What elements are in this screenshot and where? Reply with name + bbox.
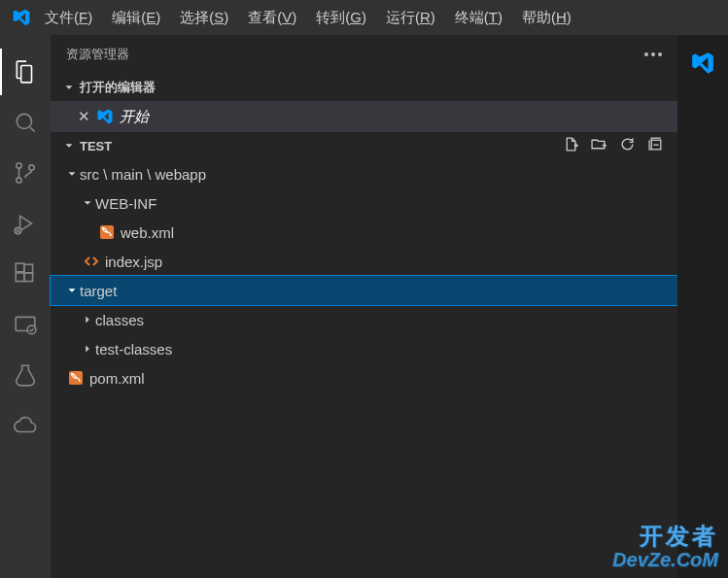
- svg-point-1: [17, 163, 21, 168]
- code-file-icon: [82, 254, 101, 269]
- tree-folder[interactable]: WEB-INF: [51, 188, 677, 218]
- svg-point-13: [102, 227, 104, 229]
- close-icon[interactable]: ✕: [78, 108, 90, 125]
- svg-point-0: [17, 114, 31, 128]
- menubar: 文件(F) 编辑(E) 选择(S) 查看(V) 转到(G) 运行(R) 终端(T…: [35, 3, 581, 33]
- chevron-down-icon: [80, 196, 95, 210]
- activity-cloud[interactable]: [0, 400, 51, 451]
- menu-view[interactable]: 查看(V): [238, 3, 306, 33]
- sidebar-header: 资源管理器: [51, 35, 677, 74]
- titlebar: 文件(F) 编辑(E) 选择(S) 查看(V) 转到(G) 运行(R) 终端(T…: [0, 0, 728, 35]
- svg-point-2: [17, 178, 21, 183]
- tree-folder[interactable]: target: [51, 276, 677, 305]
- tree-file[interactable]: pom.xml: [51, 363, 677, 392]
- project-name: TEST: [80, 139, 112, 153]
- svg-rect-5: [16, 273, 24, 282]
- activity-testing[interactable]: [0, 350, 51, 400]
- menu-edit[interactable]: 编辑(E): [102, 3, 170, 33]
- vscode-app-icon: [8, 8, 35, 27]
- tree-folder[interactable]: test-classes: [51, 334, 677, 363]
- refresh-icon[interactable]: [619, 136, 636, 155]
- tree-label: src \ main \ webapp: [80, 166, 206, 183]
- more-actions-icon[interactable]: [644, 52, 662, 56]
- xml-file-icon: [66, 370, 86, 386]
- chevron-down-icon: [64, 284, 80, 297]
- chevron-right-icon: [80, 342, 95, 356]
- file-tree: src \ main \ webapp WEB-INF web.xml inde…: [51, 159, 677, 392]
- new-file-icon[interactable]: [563, 136, 579, 155]
- activity-remote[interactable]: [0, 299, 51, 350]
- tree-file[interactable]: web.xml: [51, 218, 677, 247]
- explorer-sidebar: 资源管理器 打开的编辑器 ✕ 开始 TEST: [51, 35, 677, 578]
- tree-folder[interactable]: classes: [51, 305, 677, 334]
- menu-terminal[interactable]: 终端(T): [445, 3, 512, 33]
- chevron-right-icon: [80, 313, 95, 326]
- chevron-down-icon: [62, 139, 76, 153]
- open-editor-item[interactable]: ✕ 开始: [51, 101, 677, 132]
- chevron-down-icon: [64, 167, 80, 181]
- tree-label: test-classes: [95, 341, 172, 357]
- svg-point-10: [27, 325, 36, 334]
- menu-file[interactable]: 文件(F): [35, 3, 102, 33]
- open-editors-header[interactable]: 打开的编辑器: [51, 74, 677, 101]
- svg-rect-7: [24, 264, 33, 273]
- right-strip: [677, 35, 728, 578]
- project-header[interactable]: TEST: [51, 132, 677, 159]
- svg-point-15: [71, 373, 73, 375]
- sidebar-title: 资源管理器: [66, 46, 129, 63]
- tree-label: pom.xml: [89, 370, 145, 387]
- activity-source-control[interactable]: [0, 148, 51, 198]
- tree-label: target: [80, 283, 117, 299]
- activity-search[interactable]: [0, 97, 51, 148]
- activity-extensions[interactable]: [0, 249, 51, 299]
- xml-file-icon: [97, 224, 117, 240]
- tree-label: classes: [95, 312, 144, 328]
- project-actions: [563, 136, 672, 155]
- tree-label: index.jsp: [105, 254, 162, 270]
- tree-label: web.xml: [121, 224, 174, 241]
- activity-bar: [0, 35, 51, 578]
- vscode-icon: [690, 51, 715, 79]
- menu-selection[interactable]: 选择(S): [170, 3, 238, 33]
- svg-rect-6: [24, 273, 33, 282]
- vscode-icon: [96, 108, 114, 125]
- tree-label: WEB-INF: [95, 195, 156, 212]
- svg-point-3: [29, 165, 34, 170]
- tree-file[interactable]: index.jsp: [51, 247, 677, 276]
- open-editor-label: 开始: [120, 108, 149, 126]
- menu-run[interactable]: 运行(R): [376, 3, 445, 33]
- activity-debug[interactable]: [0, 198, 51, 249]
- activity-explorer[interactable]: [0, 47, 51, 97]
- menu-go[interactable]: 转到(G): [306, 3, 376, 33]
- menu-help[interactable]: 帮助(H): [512, 3, 581, 33]
- collapse-all-icon[interactable]: [647, 136, 664, 155]
- open-editors-label: 打开的编辑器: [80, 79, 156, 96]
- chevron-down-icon: [62, 81, 76, 94]
- tree-folder[interactable]: src \ main \ webapp: [51, 159, 677, 188]
- svg-rect-8: [16, 263, 24, 272]
- new-folder-icon[interactable]: [591, 136, 607, 155]
